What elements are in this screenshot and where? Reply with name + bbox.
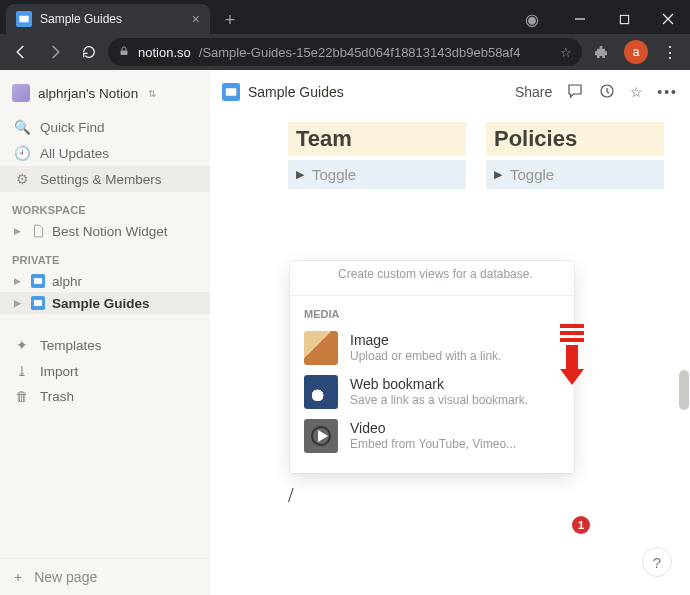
chrome-menu-icon[interactable]: ⋮ <box>656 43 684 62</box>
slash-command-text[interactable]: / <box>288 484 294 507</box>
tab-title: Sample Guides <box>40 12 122 26</box>
heading-policies[interactable]: Policies <box>486 122 664 156</box>
maximize-button[interactable] <box>602 4 646 34</box>
page-label: alphr <box>52 274 82 289</box>
window-controls: ◉ <box>510 4 690 34</box>
section-workspace: WORKSPACE <box>0 192 210 220</box>
browser-chrome: Sample Guides × + ◉ notion.so/Sample-Gui… <box>0 0 690 70</box>
all-updates[interactable]: 🕘All Updates <box>0 140 210 166</box>
trash[interactable]: 🗑Trash <box>0 384 210 409</box>
extensions-icon[interactable] <box>586 37 616 67</box>
toggle-block[interactable]: ▶Toggle <box>486 160 664 189</box>
menu-item-image[interactable]: ImageUpload or embed with a link. <box>290 326 574 370</box>
bookmark-star-icon[interactable]: ☆ <box>560 45 572 60</box>
svg-rect-3 <box>620 15 628 23</box>
toggle-block[interactable]: ▶Toggle <box>288 160 466 189</box>
workspace-name: alphrjan's Notion <box>38 86 138 101</box>
page-emoji-icon <box>222 83 240 101</box>
menu-item-web-bookmark[interactable]: Web bookmarkSave a link as a visual book… <box>290 370 574 414</box>
page-label: Sample Guides <box>52 296 150 311</box>
close-tab-icon[interactable]: × <box>192 12 200 26</box>
plus-icon: + <box>14 569 22 585</box>
emoji-icon <box>30 295 46 311</box>
import[interactable]: ⤓Import <box>0 358 210 384</box>
heading-team[interactable]: Team <box>288 122 466 156</box>
more-icon[interactable]: ••• <box>657 84 678 100</box>
window-close-button[interactable] <box>646 4 690 34</box>
forward-button[interactable] <box>40 37 70 67</box>
slash-menu-popup[interactable]: Create custom views for a database. MEDI… <box>290 261 574 473</box>
menu-item-desc: Embed from YouTube, Vimeo... <box>350 437 516 451</box>
emoji-icon <box>30 273 46 289</box>
breadcrumb[interactable]: Sample Guides <box>248 84 344 100</box>
scrollbar-thumb[interactable] <box>679 370 689 410</box>
menu-item-video[interactable]: VideoEmbed from YouTube, Vimeo... <box>290 414 574 458</box>
url-path: /Sample-Guides-15e22bb45d064f18813143db9… <box>199 45 521 60</box>
column-policies: Policies ▶Toggle <box>486 122 664 189</box>
svg-rect-6 <box>121 50 128 55</box>
chevron-updown-icon: ⇅ <box>148 88 156 99</box>
annotation-badge: 1 <box>572 516 590 534</box>
page-best-notion-widget[interactable]: ▶ Best Notion Widget <box>0 220 210 242</box>
menu-item-title: Image <box>350 331 501 349</box>
slash-menu-prev-item[interactable]: Create custom views for a database. <box>290 261 574 296</box>
page-sample-guides[interactable]: ▶ Sample Guides <box>0 292 210 314</box>
column-team: Team ▶Toggle <box>288 122 466 189</box>
share-button[interactable]: Share <box>515 84 552 100</box>
new-tab-button[interactable]: + <box>216 6 244 34</box>
triangle-right-icon: ▶ <box>296 168 304 181</box>
notion-favicon-icon <box>16 11 32 27</box>
svg-rect-8 <box>34 278 42 284</box>
download-icon: ⤓ <box>14 363 30 379</box>
quick-find-label: Quick Find <box>40 120 105 135</box>
quick-find[interactable]: 🔍Quick Find <box>0 114 210 140</box>
page-icon <box>30 223 46 239</box>
account-dot-icon[interactable]: ◉ <box>510 4 554 34</box>
topbar: Sample Guides Share ☆ ••• <box>210 70 690 114</box>
search-icon: 🔍 <box>14 119 30 135</box>
page-alphr[interactable]: ▶ alphr <box>0 270 210 292</box>
lock-icon <box>118 45 130 60</box>
scrollbar[interactable] <box>678 114 690 595</box>
templates[interactable]: ✦Templates <box>0 332 210 358</box>
menu-item-desc: Save a link as a visual bookmark. <box>350 393 528 407</box>
reload-button[interactable] <box>74 37 104 67</box>
svg-rect-1 <box>19 16 28 23</box>
settings-members[interactable]: ⚙Settings & Members <box>0 166 210 192</box>
triangle-right-icon[interactable]: ▶ <box>14 298 24 308</box>
favorite-star-icon[interactable]: ☆ <box>630 84 643 100</box>
minimize-button[interactable] <box>558 4 602 34</box>
trash-icon: 🗑 <box>14 389 30 404</box>
templates-label: Templates <box>40 338 102 353</box>
new-page-button[interactable]: +New page <box>0 558 210 595</box>
workspace-switcher[interactable]: alphrjan's Notion ⇅ <box>0 80 210 106</box>
templates-icon: ✦ <box>14 337 30 353</box>
main-area: Sample Guides Share ☆ ••• Team ▶Toggle P… <box>210 70 690 595</box>
triangle-right-icon[interactable]: ▶ <box>14 226 24 236</box>
address-bar: notion.so/Sample-Guides-15e22bb45d064f18… <box>0 34 690 70</box>
profile-avatar[interactable]: a <box>624 40 648 64</box>
back-button[interactable] <box>6 37 36 67</box>
sidebar: alphrjan's Notion ⇅ 🔍Quick Find 🕘All Upd… <box>0 70 210 595</box>
clock-icon: 🕘 <box>14 145 30 161</box>
browser-tab[interactable]: Sample Guides × <box>6 4 210 34</box>
comments-icon[interactable] <box>566 82 584 103</box>
settings-label: Settings & Members <box>40 172 162 187</box>
svg-rect-12 <box>226 88 237 96</box>
section-private: PRIVATE <box>0 242 210 270</box>
updates-icon[interactable] <box>598 82 616 103</box>
menu-item-title: Video <box>350 419 516 437</box>
page-label: Best Notion Widget <box>52 224 168 239</box>
trash-label: Trash <box>40 389 74 404</box>
triangle-right-icon[interactable]: ▶ <box>14 276 24 286</box>
image-thumb-icon <box>304 331 338 365</box>
prev-item-desc: Create custom views for a database. <box>290 261 574 289</box>
omnibox[interactable]: notion.so/Sample-Guides-15e22bb45d064f18… <box>108 38 582 66</box>
all-updates-label: All Updates <box>40 146 109 161</box>
menu-group-label: MEDIA <box>290 296 574 326</box>
triangle-right-icon: ▶ <box>494 168 502 181</box>
menu-item-desc: Upload or embed with a link. <box>350 349 501 363</box>
video-thumb-icon <box>304 419 338 453</box>
help-button[interactable]: ? <box>642 547 672 577</box>
bookmark-thumb-icon <box>304 375 338 409</box>
